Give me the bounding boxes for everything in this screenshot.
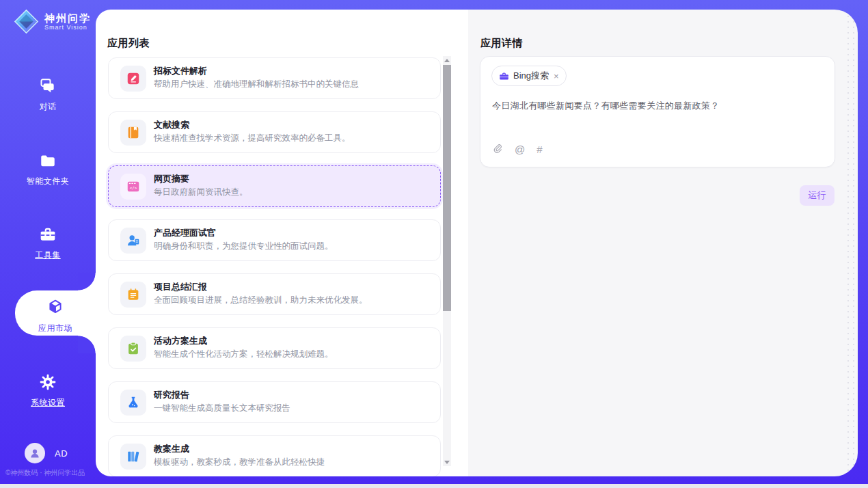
sidebar-item-tools[interactable]: 工具集 [0, 220, 96, 258]
document-edit-icon [126, 71, 141, 86]
app-card[interactable]: 网页摘要 每日政府新闻资讯快查。 [108, 165, 441, 207]
sidebar-item-folders[interactable]: 智能文件夹 [0, 146, 96, 185]
app-card[interactable]: 活动方案生成 智能生成个性化活动方案，轻松解决规划难题。 [108, 327, 441, 369]
app-card-description: 每日政府新闻资讯快查。 [154, 187, 248, 198]
app-card-title: 网页摘要 [154, 173, 189, 185]
app-card-description: 快速精准查找学术资源，提高研究效率的必备工具。 [154, 133, 351, 144]
brand-logo-icon [14, 9, 39, 34]
sidebar-item-market[interactable]: 应用市场 [15, 290, 96, 336]
app-card-title: 教案生成 [154, 443, 189, 455]
close-icon[interactable]: × [554, 72, 559, 81]
app-card[interactable]: 文献搜索 快速精准查找学术资源，提高研究效率的必备工具。 [108, 111, 441, 153]
app-card-description: 全面回顾项目进展，总结经验教训，助力未来优化发展。 [154, 295, 368, 306]
app-card[interactable]: 产品经理面试官 明确身份和职责，为您提供专业性的面试问题。 [108, 219, 441, 261]
person-icon [126, 233, 141, 248]
composer-toolbar: @ # [492, 144, 543, 154]
paperclip-icon[interactable] [492, 144, 503, 154]
app-card-title: 招标文件解析 [154, 65, 207, 77]
app-card[interactable]: 研究报告 一键智能生成高质量长文本研究报告 [108, 381, 441, 423]
user-profile[interactable]: AD [25, 443, 68, 463]
app-icon-tile [120, 66, 146, 92]
hash-icon[interactable]: # [537, 144, 542, 154]
brand: 神州问学 Smart Vision [14, 9, 91, 34]
person-avatar-icon [29, 447, 41, 459]
avatar [25, 443, 45, 463]
composer-card: Bing搜索 × 今日湖北有哪些新闻要点？有哪些需要关注的最新政策？ @ # [480, 56, 835, 167]
books-icon [126, 449, 141, 464]
app-icon-tile [120, 174, 146, 200]
app-window: 神州问学 Smart Vision 对话 智能文件夹 工具集 应用市场 系统设置… [0, 0, 868, 484]
app-icon-tile [120, 444, 146, 470]
run-button[interactable]: 运行 [800, 185, 835, 206]
app-card-description: 明确身份和职责，为您提供专业性的面试问题。 [154, 241, 334, 252]
folder-icon [39, 152, 57, 170]
tool-tag-label: Bing搜索 [513, 70, 549, 82]
app-card-description: 模板驱动，教案秒成，教学准备从此轻松快捷 [154, 457, 325, 468]
app-icon-tile [120, 228, 146, 254]
chat-icon [39, 77, 57, 95]
research-icon [126, 395, 141, 410]
sidebar: 神州问学 Smart Vision 对话 智能文件夹 工具集 应用市场 系统设置… [0, 0, 96, 484]
sidebar-item-chat[interactable]: 对话 [0, 72, 96, 110]
app-icon-tile [120, 390, 146, 416]
sidebar-item-settings[interactable]: 系统设置 [0, 368, 96, 406]
copyright-text: ©神州数码 · 神州问学出品 [5, 468, 108, 478]
app-card[interactable]: 教案生成 模板驱动，教案秒成，教学准备从此轻松快捷 [108, 435, 441, 476]
toolbox-icon [39, 226, 57, 243]
app-card-title: 研究报告 [154, 389, 189, 401]
brand-name: 神州问学 [44, 12, 91, 24]
app-card-description: 一键智能生成高质量长文本研究报告 [154, 403, 290, 414]
app-card-description: 智能生成个性化活动方案，轻松解决规划难题。 [154, 349, 334, 360]
scroll-down-button[interactable] [443, 458, 451, 466]
triangle-up-icon [444, 59, 450, 62]
app-icon-tile [120, 120, 146, 146]
triangle-down-icon [444, 461, 450, 464]
app-card[interactable]: 项目总结汇报 全面回顾项目进展，总结经验教训，助力未来优化发展。 [108, 273, 441, 315]
cube-icon [46, 299, 64, 316]
app-card-title: 产品经理面试官 [154, 227, 216, 239]
brand-tagline: Smart Vision [44, 24, 91, 31]
query-text[interactable]: 今日湖北有哪些新闻要点？有哪些需要关注的最新政策？ [492, 100, 821, 112]
tool-tag-bing[interactable]: Bing搜索 × [491, 66, 567, 86]
app-detail-title: 应用详情 [480, 37, 523, 50]
scrollbar[interactable] [443, 56, 451, 466]
scrollbar-thumb[interactable] [443, 65, 451, 311]
briefcase-icon [499, 71, 509, 81]
app-card-title: 文献搜索 [154, 119, 189, 131]
note-icon [126, 287, 141, 302]
app-card-title: 项目总结汇报 [154, 281, 207, 293]
mention-icon[interactable]: @ [515, 144, 525, 154]
scroll-up-button[interactable] [443, 56, 451, 64]
app-icon-tile [120, 336, 146, 362]
app-detail-panel: 应用详情 Bing搜索 × 今日湖北有哪些新闻要点？有哪些需要关注的最新政策？ … [468, 10, 858, 476]
book-icon [126, 125, 141, 140]
clipboard-check-icon [126, 341, 141, 356]
app-card[interactable]: 招标文件解析 帮助用户快速、准确地理解和解析招标书中的关键信息 [108, 57, 441, 99]
user-initials: AD [55, 448, 68, 459]
app-list-title: 应用列表 [107, 37, 150, 50]
bottom-strip [0, 484, 868, 488]
webpage-icon [126, 179, 141, 194]
app-icon-tile [120, 282, 146, 308]
app-card-title: 活动方案生成 [154, 335, 207, 347]
app-card-description: 帮助用户快速、准确地理解和解析招标书中的关键信息 [154, 79, 359, 90]
content-area: 应用列表 招标文件解析 帮助用户快速、准确地理解和解析招标书中的关键信息 文献搜… [96, 10, 858, 476]
gear-icon [39, 373, 57, 391]
app-list-panel: 应用列表 招标文件解析 帮助用户快速、准确地理解和解析招标书中的关键信息 文献搜… [96, 10, 468, 476]
